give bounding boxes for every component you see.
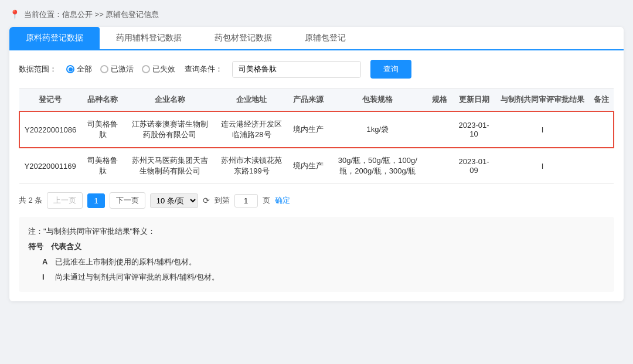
tab-3[interactable]: 原辅包登记 [288, 27, 362, 49]
table-cell: 境内生产 [288, 148, 328, 184]
goto-label: 到第 [215, 195, 230, 206]
radio-label-2: 已失效 [152, 64, 175, 74]
prev-page-button[interactable]: 上一页 [47, 192, 83, 209]
col-header: 与制剂共同审评审批结果 [496, 89, 589, 112]
radio-option-0[interactable]: 全部 [66, 64, 92, 74]
table-cell [589, 111, 614, 148]
content-area: 数据范围： 全部已激活已失效 查询条件： 查询 登记号品种名称企业名称企业地址产… [9, 50, 624, 301]
table-cell: 苏州市木渎镇花苑东路199号 [215, 148, 288, 184]
refresh-icon[interactable]: ⟳ [203, 196, 210, 205]
radio-group: 全部已激活已失效 [66, 64, 175, 74]
table-cell: 境内生产 [288, 111, 328, 148]
tabs-bar: 原料药登记数据药用辅料登记数据药包材登记数据原辅包登记 [9, 27, 624, 50]
location-icon: 📍 [9, 9, 21, 20]
main-card: 原料药登记数据药用辅料登记数据药包材登记数据原辅包登记 数据范围： 全部已激活已… [9, 27, 624, 301]
pagination: 共 2 条上一页1下一页10 条/页⟳到第页确定 [19, 192, 614, 209]
filter-row: 数据范围： 全部已激活已失效 查询条件： 查询 [19, 60, 614, 79]
col-header: 更新日期 [452, 89, 496, 112]
table-cell: 2023-01-09 [452, 148, 496, 184]
col-header: 包装规格 [328, 89, 428, 112]
goto-confirm-button[interactable]: 确定 [275, 195, 290, 206]
data-table: 登记号品种名称企业名称企业地址产品来源包装规格规格更新日期与制剂共同审评审批结果… [19, 88, 614, 184]
col-header: 企业地址 [215, 89, 288, 112]
note-symbol-0: A [42, 254, 50, 270]
table-cell: 30g/瓶，50g/瓶，100g/瓶，200g/瓶，300g/瓶 [328, 148, 428, 184]
tab-0[interactable]: 原料药登记数据 [9, 27, 100, 49]
query-input[interactable] [232, 61, 361, 78]
radio-label-0: 全部 [77, 64, 92, 74]
table-cell: 1kg/袋 [328, 111, 428, 148]
table-cell: 江苏诺泰澳赛诺生物制药股份有限公司 [124, 111, 215, 148]
col-header: 登记号 [19, 89, 81, 112]
note-item-1: I尚未通过与制剂共同审评审批的原料/辅料/包材。 [28, 270, 605, 285]
tab-1[interactable]: 药用辅料登记数据 [100, 27, 198, 49]
goto-page-input[interactable] [234, 194, 258, 207]
table-cell [427, 148, 452, 184]
breadcrumb: 📍 当前位置：信息公开 >> 原辅包登记信息 [9, 9, 624, 20]
query-button[interactable]: 查询 [370, 60, 411, 79]
note-title: 注："与制剂共同审评审批结果"释义： [28, 224, 605, 239]
table-cell: Y20220001086 [19, 111, 81, 148]
pagination-total: 共 2 条 [19, 195, 42, 206]
table-cell: 2023-01-10 [452, 111, 496, 148]
table-wrap: 登记号品种名称企业名称企业地址产品来源包装规格规格更新日期与制剂共同审评审批结果… [19, 88, 614, 184]
note-area: 注："与制剂共同审评审批结果"释义：符号 代表含义A已批准在上市制剂使用的原料/… [19, 217, 614, 292]
note-meaning-0: 已批准在上市制剂使用的原料/辅料/包材。 [55, 254, 196, 270]
table-cell: 司美格鲁肽 [81, 148, 124, 184]
note-item-0: A已批准在上市制剂使用的原料/辅料/包材。 [28, 254, 605, 270]
radio-option-1[interactable]: 已激活 [100, 64, 134, 74]
range-label: 数据范围： [19, 64, 57, 74]
col-header: 规格 [427, 89, 452, 112]
note-symbol-1: I [42, 270, 50, 285]
table-cell: I [496, 111, 589, 148]
per-page-select[interactable]: 10 条/页 [150, 193, 198, 208]
tab-2[interactable]: 药包材登记数据 [198, 27, 288, 49]
table-cell [427, 111, 452, 148]
table-cell [589, 148, 614, 184]
col-header: 产品来源 [288, 89, 328, 112]
col-header: 备注 [589, 89, 614, 112]
table-cell: 连云港经济开发区临浦路28号 [215, 111, 288, 148]
table-row: Y20220001169司美格鲁肽苏州天马医药集团天吉生物制药有限公司苏州市木渎… [19, 148, 614, 184]
radio-circle-1 [100, 65, 108, 73]
table-row: Y20220001086司美格鲁肽江苏诺泰澳赛诺生物制药股份有限公司连云港经济开… [19, 111, 614, 148]
page-unit-label: 页 [263, 195, 270, 206]
table-cell: I [496, 148, 589, 184]
table-cell: 司美格鲁肽 [81, 111, 124, 148]
col-header: 企业名称 [124, 89, 215, 112]
next-page-button[interactable]: 下一页 [110, 192, 145, 209]
radio-circle-2 [142, 65, 150, 73]
note-meaning-1: 尚未通过与制剂共同审评审批的原料/辅料/包材。 [55, 270, 219, 285]
current-page-button[interactable]: 1 [87, 193, 104, 208]
query-label: 查询条件： [185, 64, 223, 74]
note-symbol-header: 符号 代表含义 [28, 239, 605, 254]
radio-label-1: 已激活 [111, 64, 134, 74]
radio-option-2[interactable]: 已失效 [142, 64, 175, 74]
col-header: 品种名称 [81, 89, 124, 112]
radio-circle-0 [66, 65, 74, 73]
table-cell: 苏州天马医药集团天吉生物制药有限公司 [124, 148, 215, 184]
table-cell: Y20220001169 [19, 148, 81, 184]
